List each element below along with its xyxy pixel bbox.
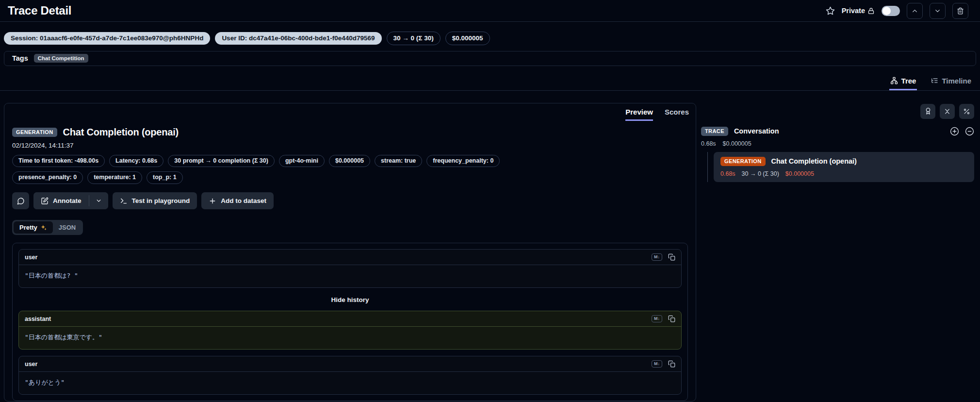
format-pretty-option[interactable]: Pretty: [14, 221, 53, 234]
tab-tree-label: Tree: [901, 77, 916, 85]
hide-history-toggle[interactable]: Hide history: [18, 288, 682, 311]
collapse-node-button[interactable]: [965, 127, 974, 136]
pretty-label: Pretty: [19, 224, 37, 231]
message-content: "ありがとう": [19, 372, 681, 394]
trash-icon: [957, 7, 964, 15]
copy-button[interactable]: [668, 360, 675, 368]
test-in-playground-button[interactable]: Test in playground: [113, 192, 197, 209]
tree-connector-line: [707, 152, 708, 182]
comments-button[interactable]: [12, 192, 29, 209]
add-to-dataset-button[interactable]: Add to dataset: [201, 192, 274, 209]
view-tab-bar: Tree Timeline: [0, 74, 980, 91]
message-user-1: user M↓ "日本の首都は? ": [18, 249, 682, 288]
tags-label: Tags: [12, 54, 28, 62]
chat-bubble-icon: [17, 197, 25, 205]
edit-pen-icon: [41, 197, 49, 205]
privacy-label-group: Private: [842, 7, 875, 15]
metric-badge-list: Time to first token: -498.00s Latency: 0…: [12, 155, 526, 184]
previous-trace-button[interactable]: [907, 3, 923, 19]
metric-time-to-first-token: Time to first token: -498.00s: [12, 155, 105, 168]
format-json-option[interactable]: JSON: [53, 221, 82, 234]
message-content: "日本の首都は東京です。": [19, 327, 681, 349]
plus-circle-icon: [950, 127, 959, 136]
bookmark-star-button[interactable]: [826, 6, 835, 16]
message-header: assistant M↓: [19, 311, 681, 327]
delete-trace-button[interactable]: [952, 3, 968, 19]
tab-tree[interactable]: Tree: [889, 74, 917, 90]
tab-timeline[interactable]: Timeline: [930, 74, 972, 90]
privacy-label: Private: [842, 7, 865, 15]
next-trace-button[interactable]: [930, 3, 946, 19]
metric-frequency-penalty: frequency_penalty: 0: [426, 155, 500, 168]
copy-icon: [668, 315, 675, 322]
terminal-icon: [120, 197, 128, 205]
trace-latency: 0.68s: [701, 140, 716, 147]
playground-label: Test in playground: [132, 197, 190, 204]
message-role: assistant: [25, 316, 51, 322]
metric-token-usage: 30 prompt → 0 completion (Σ 30): [168, 155, 275, 168]
privacy-toggle[interactable]: [882, 6, 900, 16]
message-role: user: [25, 361, 37, 368]
trace-title: Conversation: [734, 127, 779, 135]
plus-icon: [209, 197, 216, 205]
message-assistant: assistant M↓ "日本の首都は東京です。": [18, 311, 682, 350]
copy-button[interactable]: [668, 253, 675, 261]
messages-container: user M↓ "日本の首都は? " Hide history: [12, 243, 688, 401]
page-header: Trace Detail Private: [0, 0, 980, 22]
header-actions: Private: [826, 3, 968, 19]
generation-item-title-row: GENERATION Chat Completion (openai): [720, 157, 967, 166]
metric-cost: $0.000005: [329, 155, 370, 168]
markdown-toggle-icon[interactable]: M↓: [652, 315, 662, 322]
generation-type-badge: GENERATION: [720, 157, 766, 166]
annotate-dropdown-button[interactable]: [89, 192, 108, 209]
metrics-percent-button[interactable]: [959, 104, 974, 119]
meta-badge-row: Session: 01aaacf6-e0fe-457d-a7de-7c1ee08…: [0, 22, 980, 45]
format-toggle: Pretty JSON: [12, 220, 83, 235]
message-content: "日本の首都は? ": [19, 265, 681, 287]
collapse-icon: [944, 108, 951, 115]
message-tools: M↓: [652, 315, 675, 322]
copy-icon: [668, 253, 675, 261]
toggle-knob: [882, 7, 891, 15]
scores-display-button[interactable]: [920, 104, 935, 119]
markdown-toggle-icon[interactable]: M↓: [652, 253, 662, 261]
metric-top-p: top_p: 1: [147, 171, 183, 184]
metric-temperature: temperature: 1: [87, 171, 142, 184]
sparkles-icon: [40, 224, 47, 231]
generation-type-badge: GENERATION: [12, 128, 57, 137]
observation-title-row: GENERATION Chat Completion (openai): [12, 127, 688, 138]
panel-tab-bar: Preview Scores: [4, 103, 696, 121]
tag-chat-competition[interactable]: Chat Competition: [34, 54, 88, 63]
metric-latency: Latency: 0.68s: [109, 155, 163, 168]
trace-root-row[interactable]: TRACE Conversation: [700, 127, 974, 136]
message-tools: M↓: [652, 253, 675, 261]
copy-button[interactable]: [668, 315, 675, 322]
metric-model[interactable]: gpt-4o-mini: [279, 155, 325, 168]
generation-cost: $0.000005: [785, 170, 814, 177]
message-header: user M↓: [19, 250, 681, 265]
annotate-split-button: Annotate: [33, 192, 108, 209]
trace-type-badge: TRACE: [701, 127, 728, 136]
expand-all-button[interactable]: [950, 127, 959, 136]
token-usage-badge: 30 → 0 (Σ 30): [387, 32, 441, 45]
message-header: user M↓: [19, 356, 681, 372]
tree-toolbar: [700, 104, 974, 119]
tags-container: Tags Chat Competition: [4, 51, 976, 66]
tab-preview[interactable]: Preview: [625, 108, 653, 121]
tab-scores[interactable]: Scores: [665, 108, 689, 121]
percent-icon: [963, 108, 970, 115]
cost-badge: $0.000005: [445, 32, 490, 45]
tab-timeline-label: Timeline: [942, 77, 971, 85]
action-button-row: Annotate Test in playgroun: [12, 192, 688, 209]
generation-item-title: Chat Completion (openai): [771, 157, 857, 165]
annotate-button[interactable]: Annotate: [33, 192, 89, 209]
lock-icon: [867, 7, 875, 15]
session-badge[interactable]: Session: 01aaacf6-e0fe-457d-a7de-7c1ee08…: [4, 32, 210, 45]
generation-tree-item[interactable]: GENERATION Chat Completion (openai) 0.68…: [714, 152, 974, 182]
observation-title: Chat Completion (openai): [63, 127, 179, 138]
user-id-badge[interactable]: User ID: dc47a41e-06bc-400d-bde1-f0e440d…: [215, 32, 381, 45]
markdown-toggle-icon[interactable]: M↓: [652, 360, 662, 368]
generation-tokens: 30 → 0 (Σ 30): [742, 170, 779, 177]
collapse-all-button[interactable]: [940, 104, 955, 119]
metric-presence-penalty: presence_penalty: 0: [12, 171, 83, 184]
